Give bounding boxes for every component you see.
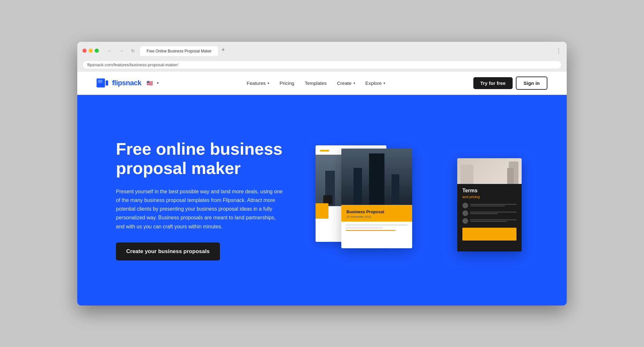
hero-visual: Business Proposal 20 November 2021 xyxy=(303,139,528,261)
hero-section: Free online business proposal maker Pres… xyxy=(77,95,567,306)
forward-button[interactable]: → xyxy=(117,46,126,55)
doc-card-front: Business Proposal 20 November 2021 xyxy=(341,149,412,248)
try-for-free-button[interactable]: Try for free xyxy=(473,77,513,89)
nav-templates[interactable]: Templates xyxy=(300,78,331,88)
minimize-button[interactable] xyxy=(89,49,93,53)
locale-chevron-icon[interactable]: ▾ xyxy=(157,81,159,85)
traffic-lights xyxy=(82,49,99,53)
nav-features[interactable]: Features ▾ xyxy=(242,78,274,88)
close-button[interactable] xyxy=(82,49,87,53)
doc-front-image xyxy=(341,149,412,205)
hero-description: Present yourself in the best possible wa… xyxy=(116,187,283,231)
doc-right-title: Terms xyxy=(462,188,516,194)
doc-front-date: 20 November 2021 xyxy=(346,215,407,218)
reload-button[interactable]: ↻ xyxy=(128,46,137,55)
browser-tab[interactable]: Free Online Business Proposal Maker xyxy=(140,46,218,56)
browser-menu-button[interactable]: ⋮ xyxy=(556,47,562,54)
explore-chevron-icon: ▾ xyxy=(384,81,385,85)
doc-avatar-1 xyxy=(462,203,468,208)
nav-actions: Try for free Sign in xyxy=(473,77,547,90)
browser-window: ← → ↻ Free Online Business Proposal Make… xyxy=(77,42,567,306)
logo-flag: 🇺🇸 xyxy=(147,80,153,86)
new-tab-button[interactable]: + xyxy=(219,46,228,55)
svg-rect-1 xyxy=(106,80,108,86)
doc-front-footer xyxy=(341,222,412,233)
flipsnack-logo-icon xyxy=(97,78,108,87)
nav-explore[interactable]: Explore ▾ xyxy=(361,78,390,88)
svg-rect-2 xyxy=(98,80,102,83)
doc-right-yellow-block xyxy=(462,228,516,241)
sign-in-button[interactable]: Sign in xyxy=(516,77,547,90)
maximize-button[interactable] xyxy=(95,49,99,53)
features-chevron-icon: ▾ xyxy=(268,81,269,85)
doc-front-title: Business Proposal xyxy=(346,209,407,215)
back-button[interactable]: ← xyxy=(105,46,114,55)
website-content: flipsnack 🇺🇸 ▾ Features ▾ Pricing Templa… xyxy=(77,72,567,306)
doc-card-right: Terms and pricing xyxy=(457,158,522,251)
doc-avatar-2 xyxy=(462,210,468,216)
nav-links: Features ▾ Pricing Templates Create ▾ Ex… xyxy=(242,78,390,88)
logo-area: flipsnack 🇺🇸 ▾ xyxy=(97,78,159,87)
create-chevron-icon: ▾ xyxy=(354,81,355,85)
nav-pricing[interactable]: Pricing xyxy=(275,78,299,88)
navbar: flipsnack 🇺🇸 ▾ Features ▾ Pricing Templa… xyxy=(77,72,567,95)
address-bar[interactable] xyxy=(82,60,562,69)
browser-chrome: ← → ↻ Free Online Business Proposal Make… xyxy=(77,42,567,72)
doc-right-subtitle: and pricing xyxy=(462,195,516,199)
doc-front-yellow-bar: Business Proposal 20 November 2021 xyxy=(341,205,412,222)
nav-create[interactable]: Create ▾ xyxy=(333,78,360,88)
hero-title: Free online business proposal maker xyxy=(116,140,283,178)
cta-button[interactable]: Create your business proposals xyxy=(116,242,220,260)
doc-right-section-1 xyxy=(462,203,516,224)
doc-avatar-3 xyxy=(462,218,468,224)
logo-text: flipsnack xyxy=(112,79,141,87)
tab-title: Free Online Business Proposal Maker xyxy=(147,49,212,53)
hero-content: Free online business proposal maker Pres… xyxy=(116,140,283,260)
